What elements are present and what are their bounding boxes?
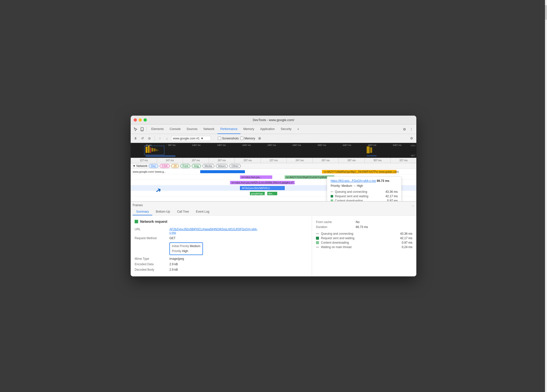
main-toolbar: Elements Console Sources Network Perform… bbox=[131, 125, 416, 134]
ruler-ticks: 127 ms 147 ms 167 ms 187 ms 207 ms 227 m… bbox=[131, 158, 416, 163]
pause-icon[interactable]: ⏸ bbox=[133, 136, 138, 141]
frames-bar: Frames ... bbox=[131, 201, 416, 208]
network-row-1[interactable]: www.google.com/ (www.g... rs=AA2YrTv0taM… bbox=[131, 169, 416, 174]
timing-detail: Queuing and connecting 43.36 ms Request … bbox=[316, 231, 412, 249]
tab-security[interactable]: Security bbox=[278, 125, 294, 134]
initial-priority-label: Initial Priority bbox=[172, 244, 190, 248]
close-button[interactable] bbox=[134, 118, 137, 122]
tab-call-tree[interactable]: Call Tree bbox=[174, 208, 193, 215]
tab-application[interactable]: Application bbox=[257, 125, 278, 134]
tooltip-row-2-value: 42.17 ms bbox=[386, 195, 398, 198]
tooltip-time: 86.73 ms bbox=[377, 179, 390, 183]
inspect-icon[interactable] bbox=[133, 126, 139, 132]
encoded-label: Encoded Data bbox=[135, 261, 169, 267]
nav-tabs: Elements Console Sources Network Perform… bbox=[148, 125, 302, 134]
minimize-button[interactable] bbox=[139, 118, 142, 122]
svg-rect-2 bbox=[146, 147, 148, 153]
device-icon[interactable] bbox=[139, 126, 145, 132]
timing-label-1: Queuing and connecting bbox=[321, 232, 396, 235]
tab-elements[interactable]: Elements bbox=[148, 125, 167, 134]
tooltip-url: https://lh3.goo...FGxOA=s64-c-mo bbox=[331, 179, 376, 183]
ruler-tick-3: 187 ms bbox=[209, 158, 235, 163]
reload-icon[interactable]: ↺ bbox=[140, 136, 145, 141]
bar-gstatic: rs=AA2YrTv0taM5qVgw38gU_15kX9WFXe5TPw (w… bbox=[322, 170, 396, 173]
tab-memory[interactable]: Memory bbox=[240, 125, 257, 134]
url-selector-text: www.google.com #1 bbox=[173, 137, 199, 140]
mimetype-value: image/jpeg bbox=[169, 256, 308, 261]
memory-checkbox-item[interactable]: Memory bbox=[240, 137, 255, 140]
tab-event-log[interactable]: Event Log bbox=[193, 208, 213, 215]
ruler-tick-2: 167 ms bbox=[183, 158, 209, 163]
ruler-tick-5: 227 ms bbox=[261, 158, 287, 163]
priority-box: Initial Priority Medium Priority High bbox=[169, 242, 203, 255]
filter-other[interactable]: Other bbox=[229, 164, 241, 168]
dropdown-icon: ▼ bbox=[200, 137, 203, 140]
ruler-tick-8: 287 ms bbox=[338, 158, 364, 163]
encoded-value: 2.9 kB bbox=[169, 261, 308, 267]
filter-doc[interactable]: Doc bbox=[149, 164, 158, 168]
svg-rect-12 bbox=[146, 155, 175, 157]
bar-cdos1: m=cdos,hsm,jsa... bbox=[240, 175, 272, 179]
tab-summary[interactable]: Summary bbox=[133, 208, 152, 215]
from-cache-label: From cache bbox=[316, 220, 356, 225]
tooltip-row-3: Content downloading 0.97 ms bbox=[331, 198, 398, 201]
tooltip-row-1: Queuing and connecting 43.36 ms bbox=[331, 190, 398, 194]
timing-label-3: Content downloading bbox=[321, 241, 396, 244]
screenshots-checkbox[interactable] bbox=[218, 137, 221, 140]
network-row-1-label: www.google.com/ (www.g... bbox=[131, 170, 200, 173]
memory-checkbox[interactable] bbox=[240, 137, 243, 140]
right-info-table: From cache No Duration 86.73 ms bbox=[316, 220, 412, 229]
settings-perf-icon[interactable]: ⚙ bbox=[409, 136, 414, 141]
more-options-icon[interactable]: ⋮ bbox=[408, 126, 414, 132]
initial-priority-value: Medium bbox=[190, 244, 200, 248]
tab-sources[interactable]: Sources bbox=[184, 125, 200, 134]
cpu-chart bbox=[131, 143, 416, 158]
filter-img[interactable]: Img bbox=[192, 164, 201, 168]
url-value[interactable]: AF2bZyivvJ92o5BiPi0CLlHaqa5lHNOi6SrpLrbf… bbox=[169, 228, 258, 234]
devtools-window: DevTools - www.google.com/ Elements Cons… bbox=[131, 116, 416, 276]
svg-rect-8 bbox=[157, 150, 158, 151]
bar-selected: AF2bZyivvJ92o5BiPi0CLl bbox=[240, 186, 285, 190]
maximize-button[interactable] bbox=[144, 118, 147, 122]
tooltip-row-3-value: 0.97 ms bbox=[387, 199, 398, 201]
tab-performance[interactable]: Performance bbox=[217, 125, 240, 134]
tooltip-row-3-label: Content downloading bbox=[335, 199, 363, 201]
timing-row-2: Request sent and waiting 42.17 ms bbox=[316, 236, 412, 240]
timeline-overview[interactable]: CPU NET 48 ms 987 ms 1487 ms 1987 ms 248… bbox=[131, 143, 416, 158]
tab-network[interactable]: Network bbox=[200, 125, 217, 134]
tooltip-row-2: Request sent and waiting 42.17 ms bbox=[331, 194, 398, 198]
time-ruler[interactable]: 127 ms 147 ms 167 ms 187 ms 207 ms 227 m… bbox=[131, 158, 416, 163]
filter-wasm[interactable]: Wasm bbox=[216, 164, 228, 168]
url-selector[interactable]: www.google.com #1 ▼ bbox=[171, 136, 211, 141]
ruler-tick-7: 267 ms bbox=[313, 158, 339, 163]
bar-google bbox=[200, 170, 245, 173]
clear-icon[interactable]: ⊘ bbox=[147, 136, 152, 141]
settings-icon[interactable]: ⚙ bbox=[401, 126, 407, 132]
timing-label-4: Waiting on main thread bbox=[321, 245, 396, 249]
screenshots-checkbox-item[interactable]: Screenshots bbox=[218, 137, 239, 140]
from-cache-value: No bbox=[356, 220, 412, 225]
screenshot-capture-icon[interactable]: 🖥 bbox=[257, 136, 262, 141]
timing-value-2: 42.17 ms bbox=[397, 236, 412, 240]
decoded-value: 2.9 kB bbox=[169, 267, 308, 272]
svg-rect-3 bbox=[148, 145, 150, 153]
network-section: ▼ Network Doc CSS JS Font Img Media Wasm… bbox=[131, 163, 416, 201]
filter-css[interactable]: CSS bbox=[160, 164, 170, 168]
upload-icon[interactable]: ↑ bbox=[157, 136, 163, 141]
tab-more[interactable]: » bbox=[294, 125, 302, 134]
network-waterfall[interactable]: www.google.com/ (www.g... rs=AA2YrTv0taM… bbox=[131, 169, 416, 201]
screenshots-label: Screenshots bbox=[222, 137, 239, 140]
filter-media[interactable]: Media bbox=[202, 164, 214, 168]
duration-label: Duration bbox=[316, 225, 356, 229]
network-row-1-bars: rs=AA2YrTv0taM5qVgw38gU_15kX9WFXe5TPw (w… bbox=[200, 169, 416, 174]
filter-js[interactable]: JS bbox=[171, 164, 179, 168]
url-label: URL bbox=[135, 227, 169, 235]
frames-dots: ... bbox=[412, 203, 414, 207]
section-header: Network request bbox=[135, 220, 308, 224]
tab-bottom-up[interactable]: Bottom-Up bbox=[152, 208, 173, 215]
separator2 bbox=[155, 136, 155, 141]
download-icon[interactable]: ↓ bbox=[164, 136, 170, 141]
decoded-label: Decoded Body bbox=[135, 267, 169, 272]
filter-font[interactable]: Font bbox=[180, 164, 190, 168]
tab-console[interactable]: Console bbox=[167, 125, 184, 134]
